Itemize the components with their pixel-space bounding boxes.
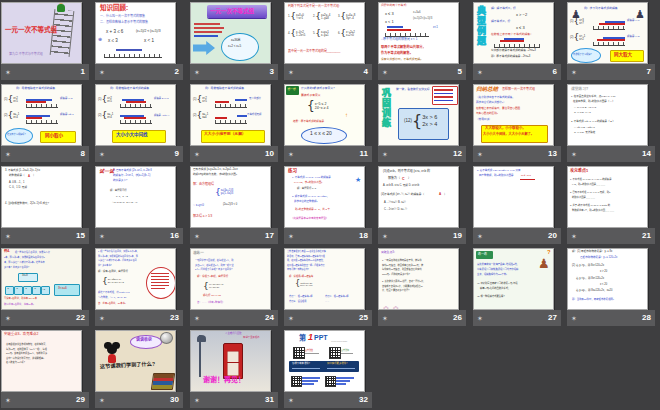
transition-icon[interactable]: ✶ bbox=[5, 151, 11, 158]
slide-thumbnail-3[interactable]: 一元一次不等式组x=36米x+2 < x+5 bbox=[190, 2, 271, 64]
transition-icon[interactable]: ✶ bbox=[5, 315, 11, 322]
thumb-text: 本，那么最后一人就分不到3本。这些书有 bbox=[4, 261, 45, 264]
system-line: x>−1 bbox=[579, 35, 585, 38]
slide-thumbnail-22[interactable]: 例4.把一些书分给几名同学，如果每人分3本，那么余8本；如果前面的每名同学分5本… bbox=[1, 248, 82, 310]
slide-thumbnail-20[interactable]: 5. 若不等式组 {(2x−5)/3≤x−1, x<m 只有四个整数解，则m的取… bbox=[473, 166, 554, 228]
slide-thumbnail-29[interactable]: 突破重点3、攻克难点2某年级组织学生参观博物馆，若单独购票，每张12元；若购团体… bbox=[1, 330, 82, 392]
transition-icon[interactable]: ✶ bbox=[477, 233, 483, 240]
transition-icon[interactable]: ✶ bbox=[5, 233, 11, 240]
transition-icon[interactable]: ✶ bbox=[99, 69, 105, 76]
numberline-segment bbox=[122, 99, 144, 101]
slide-thumbnail-23[interactable]: 1. 把一些书分给几名同学，如果每人分3本，那么余8本；如果前面的每名同学分5本… bbox=[95, 248, 176, 310]
slide-thumbnail-1[interactable]: 一元一次不等式组第九章 不等式与不等式组 bbox=[1, 2, 82, 64]
system-line: 3y>−4 bbox=[346, 17, 355, 20]
slide-thumbnail-31[interactable]: 人生难得几回聚有缘千里来相会谢谢！再见！ bbox=[190, 330, 271, 392]
transition-icon[interactable]: ✶ bbox=[99, 233, 105, 240]
thumb-text: 解集是 2<x<5 bbox=[154, 98, 168, 101]
thumb-text: 归纳总结 bbox=[476, 86, 498, 92]
slide-thumbnail-2[interactable]: 知识回顾:一、什么叫一元一次不等式的解集二、怎样在数轴上表示不等式的解集x + … bbox=[95, 2, 176, 64]
transition-icon[interactable]: ✶ bbox=[571, 69, 577, 76]
thumb-text: x < 1 bbox=[385, 20, 394, 25]
slide-thumbnail-27[interactable]: 练一练?某批发商欲将一批海产品由A地运往B地，汽车货运公司和铁路货运公司均开办运… bbox=[473, 248, 554, 310]
brace: { bbox=[102, 278, 108, 286]
transition-icon[interactable]: ✶ bbox=[5, 69, 11, 76]
transition-icon[interactable]: ✶ bbox=[382, 233, 388, 240]
transition-icon[interactable]: ✶ bbox=[99, 397, 105, 404]
slide-thumbnail-16[interactable]: 试一试2. 已知不等式组 {2x−a<1, x−2b>3的解集为 −1<x<1，… bbox=[95, 166, 176, 228]
slide-thumbnail-21[interactable]: 攻克难点11. 不等式组 {x+9<5x+1, x>m+1 的解集是x>2，则m… bbox=[567, 166, 648, 228]
qr-icon bbox=[293, 347, 305, 359]
slide-thumbnail-9[interactable]: 例：用数轴确定不等式组的解集(1){x>2x<5解集是 2<x<5(2){x≥−… bbox=[95, 84, 176, 146]
transition-icon[interactable]: ✶ bbox=[194, 151, 200, 158]
transition-icon[interactable]: ✶ bbox=[382, 69, 388, 76]
slide-thumbnail-4[interactable]: 判断下列各式是不是一元一次不等式组:1.{x=3+0½x>12.{x=2y−41… bbox=[284, 2, 365, 64]
brace: { bbox=[315, 30, 321, 38]
slide-thumbnail-32[interactable]: 第1PPTWWW.1PPT.COM官方微信官方微博怎样下载本课件？如何获得更多课… bbox=[284, 330, 365, 392]
transition-icon[interactable]: ✶ bbox=[288, 151, 294, 158]
transition-icon[interactable]: ✶ bbox=[288, 69, 294, 76]
thumb-text: 2. 已知不等式组 {2x−a<1, x−2b>3 bbox=[113, 170, 152, 173]
speck-icon bbox=[58, 335, 76, 349]
slide-thumbnail-24[interactable]: 演练一一班同学去公园划船，若每船坐4人，则多出10人；若每船坐5人，则有一船少坐… bbox=[190, 248, 271, 310]
transition-icon[interactable]: ✶ bbox=[571, 315, 577, 322]
thumb-text: 例：用数轴确定不等式组的解集 bbox=[205, 87, 244, 90]
transition-icon[interactable]: ✶ bbox=[194, 69, 200, 76]
thumb-text: 解集是 x<2 bbox=[60, 98, 72, 101]
slide-thumbnail-17[interactable]: 已知方程组 {x+y=2a+1①, x+2y=1−2a②的解x与y的和为负数，求… bbox=[190, 166, 271, 228]
thumb-text: 有哪几种？哪种最省钱？ bbox=[287, 268, 310, 270]
slide-cell-8: 例：用数轴确定不等式组的解集(1){x<2x<5解集是 x<2(2){x≤−1x… bbox=[0, 82, 94, 164]
system-line: x+4≥−8 bbox=[346, 14, 355, 17]
transition-icon[interactable]: ✶ bbox=[5, 397, 11, 404]
transition-icon[interactable]: ✶ bbox=[382, 151, 388, 158]
slide-thumbnail-14[interactable]: 课堂练习？1. 在平面直角坐标系中，点P(2x−6, x−5)在第四象限，则x的… bbox=[567, 84, 648, 146]
transition-icon[interactable]: ✶ bbox=[99, 151, 105, 158]
thumb-text: 么最后一人就分不到3本。问共有多少名同 bbox=[98, 259, 137, 261]
system-line: x²+2≤2 bbox=[346, 31, 355, 34]
thumb-text: 解这个不等式组，得 5.5≤x<6.5 bbox=[98, 291, 129, 294]
transition-icon[interactable]: ✶ bbox=[477, 315, 483, 322]
slide-thumbnail-13[interactable]: 归纳总结怎样解一元一次不等式组（先分别求出各个不等式的解集，再求出它们的公共部分… bbox=[473, 84, 554, 146]
thumb-vertical-title: 巩固训练 bbox=[381, 88, 390, 128]
slide-thumbnail-10[interactable]: 例：用数轴确定不等式组的解集(1){x<2x>5无公共部分(2){x≤−1x≥4… bbox=[190, 84, 271, 146]
slide-thumbnail-28[interactable]: 解：(1) 甲超市购物收费是：y₁ = 8x乙超市购物收费是：y₂ = 120+… bbox=[567, 248, 648, 310]
thumb-text: 答错或不答倒扣1分，小明要使成绩超过80 bbox=[382, 285, 423, 288]
thumb-text: 不等式组无解 bbox=[247, 114, 261, 117]
slide-thumbnail-30[interactable]: 谈谈收获这节课我们学到了什么? bbox=[95, 330, 176, 392]
transition-icon[interactable]: ✶ bbox=[288, 233, 294, 240]
slide-cell-2: 知识回顾:一、什么叫一元一次不等式的解集二、怎样在数轴上表示不等式的解集x + … bbox=[94, 0, 188, 82]
transition-icon[interactable]: ✶ bbox=[194, 315, 200, 322]
slide-thumbnail-18[interactable]: 练习1. 不等式组 {x>a−5, x<6a 的解集是0<x<12，求a的取值范… bbox=[284, 166, 365, 228]
thumb-text: 例4. bbox=[4, 250, 10, 254]
text-skeleton-line bbox=[336, 377, 354, 379]
slide-thumbnail-19[interactable]: (3)设a<b，则不等式组 {x>a, x<b 的解集为（C）A. a<b B.… bbox=[378, 166, 459, 228]
thumb-text: 解集是 x≤−1 bbox=[60, 114, 74, 117]
transition-icon[interactable]: ✶ bbox=[194, 397, 200, 404]
transition-icon[interactable]: ✶ bbox=[382, 315, 388, 322]
thumb-text: 大大小小找不到（无解） bbox=[204, 132, 246, 136]
transition-icon[interactable]: ✶ bbox=[288, 315, 294, 322]
slide-thumbnail-26[interactable]: 突破重点3：1. 一玩具店购进某种玩具若干件，按每件获利20元售出，收回成本后还… bbox=[378, 248, 459, 310]
thumb-text: 5 bbox=[26, 288, 27, 291]
slide-cell-27: 练一练?某批发商欲将一批海产品由A地运往B地，汽车货运公司和铁路货运公司均开办运… bbox=[472, 246, 566, 328]
slide-thumbnail-15[interactable]: 3. 不等式组 {1−2x≥0, 2(x−1)<x的整数解是（A）A. 0 B.… bbox=[1, 166, 82, 228]
slide-thumbnail-5[interactable]: 问题中的两个不等式:x ≤ 3x < 1x+3≤6(x+5)/2<(x+5)/3… bbox=[378, 2, 459, 64]
transition-icon[interactable]: ✶ bbox=[99, 315, 105, 322]
system-label: (12) bbox=[404, 118, 412, 123]
transition-icon[interactable]: ✶ bbox=[571, 233, 577, 240]
slide-thumbnail-7[interactable]: 例：求下列不等式组的解集(1){x>3x>7解集是 x>7(2){x>−1x>2… bbox=[567, 2, 648, 64]
transition-icon[interactable]: ✶ bbox=[477, 69, 483, 76]
slide-thumbnail-6[interactable]: 典型例题解：解不等式①，得x > −2解不等式②，得x ≤ 3在数轴上表示两个不… bbox=[473, 2, 554, 64]
thumb-text: 若 y₁<y₂，即 8x<120+2x bbox=[576, 278, 604, 281]
slide-thumbnail-8[interactable]: 例：用数轴确定不等式组的解集(1){x<2x<5解集是 x<2(2){x≤−1x… bbox=[1, 84, 82, 146]
number-line bbox=[593, 41, 625, 46]
transition-icon[interactable]: ✶ bbox=[477, 151, 483, 158]
slide-thumbnail-11[interactable]: 想一想什么样的x能使式子有意义？要使式子有意义{x−5 ≤ 224−x ≥ 4↑… bbox=[284, 84, 365, 146]
transition-icon[interactable]: ✶ bbox=[194, 233, 200, 240]
slide-thumbnail-12[interactable]: 巩固训练做一做，看谁做得又快又好(12){3x > 62x > 4 bbox=[378, 84, 459, 146]
slide-number: 2 bbox=[175, 68, 179, 76]
thumb-text: 解集为（ bbox=[388, 177, 400, 180]
transition-icon[interactable]: ✶ bbox=[571, 151, 577, 158]
thumb-text: x+2 < x+5 bbox=[228, 45, 241, 48]
slide-thumbnail-25[interactable]: 某校准备组织七年级400名学生参加社会实践活动，已知45座客车和60座客车均可租… bbox=[284, 248, 365, 310]
transition-icon[interactable]: ✶ bbox=[288, 397, 294, 404]
